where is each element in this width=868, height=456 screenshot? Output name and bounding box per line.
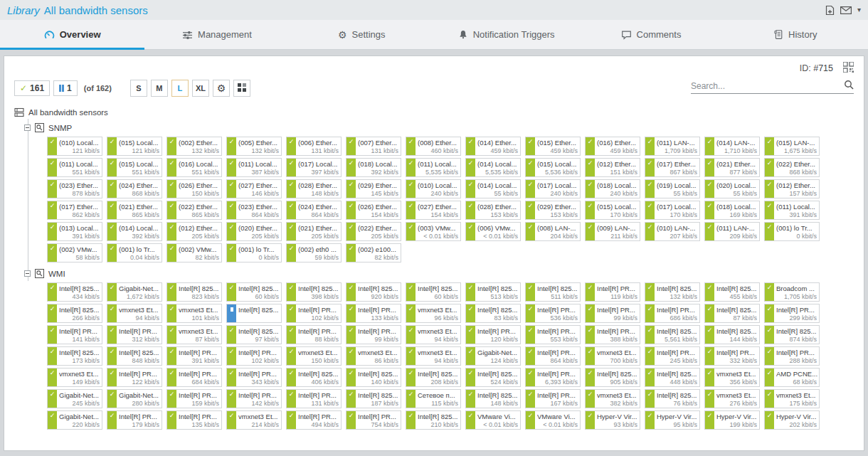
- sensor-tile[interactable]: ✓(011) Local...391 kbit/s: [764, 201, 820, 220]
- sensor-tile[interactable]: ✓Intel[R] 825...513 kbit/s: [465, 282, 521, 302]
- sensor-tile[interactable]: ✓Intel[R] 825...448 kbit/s: [645, 368, 700, 387]
- sensor-tile[interactable]: ✓(010) LAN-...207 kbit/s: [645, 222, 700, 241]
- sensor-tile[interactable]: ✓(022) Ether...868 kbit/s: [764, 158, 820, 177]
- sensor-tile[interactable]: ✓(015) Ether...459 kbit/s: [525, 137, 581, 156]
- view-settings-button[interactable]: ⚙: [213, 80, 230, 97]
- up-sensors-filter[interactable]: ✓ 161: [14, 80, 50, 96]
- sensor-tile[interactable]: ✓Intel[R] PR...99 kbit/s: [346, 325, 401, 344]
- sensor-tile[interactable]: ✓Intel[R] PR...133 kbit/s: [346, 304, 401, 323]
- sensor-tile[interactable]: ✓Intel[R] 825...60 kbit/s: [226, 282, 282, 302]
- sensor-tile[interactable]: ✓Intel[R] PR...494 kbit/s: [286, 410, 342, 430]
- sensor-tile[interactable]: ✓(002) e100...82 kbit/s: [346, 243, 401, 263]
- sensor-tile[interactable]: ✓Hyper-V Vir...93 kbit/s: [585, 410, 640, 430]
- sensor-tile[interactable]: ✓Intel[R] 825...210 kbit/s: [406, 410, 461, 430]
- sensor-tile[interactable]: ✓Intel[R] PR...120 kbit/s: [465, 325, 521, 344]
- search-input[interactable]: [691, 81, 844, 91]
- sensor-tile[interactable]: ✓Intel[R] 825...148 kbit/s: [465, 389, 521, 408]
- sensor-tile[interactable]: ✓Intel[R] PR...343 kbit/s: [226, 368, 282, 387]
- sensor-tile[interactable]: ✓Intel[R] 825...208 kbit/s: [406, 368, 461, 387]
- tab-comments[interactable]: Comments: [578, 20, 723, 49]
- sensor-tile[interactable]: ✓(016) Local...551 kbit/s: [166, 158, 222, 177]
- sensor-tile[interactable]: ✓Intel[R] 825...87 kbit/s: [704, 304, 760, 323]
- sensor-tile[interactable]: ✓(022) Ether...865 kbit/s: [166, 201, 222, 220]
- sensor-tile[interactable]: ✓(021) Ether...877 kbit/s: [704, 158, 760, 177]
- sensor-tile[interactable]: ✓Intel[R] 825...173 kbit/s: [47, 346, 102, 366]
- tab-settings[interactable]: ⚙ Settings: [290, 20, 434, 49]
- sensor-tile[interactable]: ✓Intel[R] 825...848 kbit/s: [107, 346, 162, 366]
- sensor-tile[interactable]: ✓Intel[R] 825...187 kbit/s: [346, 389, 401, 408]
- sensor-tile[interactable]: ✓(014) Local...55 kbit/s: [465, 179, 521, 198]
- sensor-tile[interactable]: ✓Intel[R] PR...288 kbit/s: [764, 346, 820, 366]
- sensor-tile[interactable]: ✓vmxnet3 Et...700 kbit/s: [585, 346, 640, 366]
- sensor-tile[interactable]: ✓Intel[R] 825...455 kbit/s: [704, 282, 760, 302]
- sensor-tile[interactable]: ✓(011) Local...387 kbit/s: [226, 158, 282, 177]
- sensor-tile[interactable]: ✓(003) VMw...< 0.01 kbit/s: [406, 222, 461, 241]
- sensor-tile[interactable]: ✓Intel[R] 825...132 kbit/s: [645, 282, 700, 302]
- sensor-tile[interactable]: ✓Hyper-V Vir...95 kbit/s: [645, 410, 700, 430]
- qr-code-icon[interactable]: [843, 62, 854, 75]
- sensor-tile[interactable]: ✓(002) eth0 ...59 kbit/s: [286, 243, 342, 263]
- sensor-tile[interactable]: ✓Intel[R] 825...920 kbit/s: [346, 282, 401, 302]
- sensor-tile[interactable]: ✓Intel[R] PR...88 kbit/s: [286, 325, 342, 344]
- sensor-tile[interactable]: ✓(011) LAN-...209 kbit/s: [704, 222, 760, 241]
- sensor-tile[interactable]: ✓Hyper-V Vir...199 kbit/s: [704, 410, 760, 430]
- sensor-tile[interactable]: ✓Intel[R] PR...99 kbit/s: [585, 304, 640, 323]
- tab-notification-triggers[interactable]: Notification Triggers: [434, 20, 578, 49]
- sensor-tile[interactable]: ✓(018) Local...392 kbit/s: [346, 158, 401, 177]
- sensor-tile[interactable]: ✓(001) lo Tr...0.04 kbit/s: [107, 243, 162, 263]
- sensor-tile[interactable]: ✓Intel[R] PR...332 kbit/s: [704, 346, 760, 366]
- sensor-tile[interactable]: ✓(022) Ether...205 kbit/s: [346, 222, 401, 241]
- sensor-tile[interactable]: ✓(011) LAN-...1,709 kbit/s: [645, 137, 700, 156]
- sensor-tile[interactable]: ✓Gigabit-Net...220 kbit/s: [47, 410, 102, 430]
- sensor-tile[interactable]: ✓Intel[R] PR...391 kbit/s: [166, 346, 222, 366]
- sensor-tile[interactable]: ✓(023) Ether...878 kbit/s: [47, 179, 102, 198]
- sensor-tile[interactable]: ✓Intel[R] 825...76 kbit/s: [645, 389, 700, 408]
- sensor-tile[interactable]: ✓Intel[R] PR...131 kbit/s: [286, 389, 342, 408]
- sensor-tile[interactable]: ✓Intel[R] 825...83 kbit/s: [465, 304, 521, 323]
- size-button-m[interactable]: M: [151, 80, 168, 97]
- sensor-tile[interactable]: ✓VMware Vi...< 0.01 kbit/s: [525, 410, 581, 430]
- sensor-tile[interactable]: ✓(015) Local...551 kbit/s: [107, 158, 162, 177]
- sensor-tile[interactable]: ✓(015) Local...170 kbit/s: [585, 201, 640, 220]
- sensor-tile[interactable]: ✓(002) VMw...82 kbit/s: [166, 243, 222, 263]
- sensor-tile[interactable]: ✓AMD PCNE...68 kbit/s: [764, 368, 820, 387]
- sensor-tile[interactable]: ✓Intel[R] PR...553 kbit/s: [525, 325, 581, 344]
- sensor-tile[interactable]: ✓(011) Local...551 kbit/s: [47, 158, 102, 177]
- sensor-tile[interactable]: ✓Intel[R] PR...864 kbit/s: [525, 346, 581, 366]
- sensor-tile[interactable]: ✓(020) Ether...205 kbit/s: [226, 222, 282, 241]
- sensor-tile[interactable]: ✓(010) Local...121 kbit/s: [47, 137, 102, 156]
- sensor-tile[interactable]: ✓(019) Local...55 kbit/s: [645, 179, 700, 198]
- sensor-tile[interactable]: ✓Intel[R] PR...6,393 kbit/s: [525, 368, 581, 387]
- sensor-tile[interactable]: ✓(028) Ether...153 kbit/s: [465, 201, 521, 220]
- sensor-tile[interactable]: ✓Intel[R] 825...511 kbit/s: [525, 282, 581, 302]
- sensor-tile[interactable]: ✓vmxnet3 Et...356 kbit/s: [704, 368, 760, 387]
- dropdown-caret-icon[interactable]: ▾: [857, 6, 861, 14]
- sensor-tile[interactable]: ✓Intel[R] PR...686 kbit/s: [645, 304, 700, 323]
- sensor-tile[interactable]: ✓(024) Ether...868 kbit/s: [107, 179, 162, 198]
- sensor-tile[interactable]: ✓(007) Ether...131 kbit/s: [346, 137, 401, 156]
- sensor-tile[interactable]: ✓(017) Ether...867 kbit/s: [645, 158, 700, 177]
- sensor-tile[interactable]: ✓vmxnet3 Et...214 kbit/s: [226, 410, 282, 430]
- sensor-tile[interactable]: ✓(014) LAN-...1,710 kbit/s: [704, 137, 760, 156]
- tile-view-button[interactable]: [233, 80, 250, 97]
- sensor-tile[interactable]: ✓Intel[R] PR...684 kbit/s: [166, 368, 222, 387]
- sensor-tile[interactable]: ✓(008) LAN-...204 kbit/s: [525, 222, 581, 241]
- sensor-tile[interactable]: ✓Intel[R] PR...167 kbit/s: [525, 389, 581, 408]
- sensor-tile[interactable]: ✓(024) Ether...864 kbit/s: [286, 201, 342, 220]
- sensor-tile[interactable]: ✓(013) Local...391 kbit/s: [47, 222, 102, 241]
- sensor-tile[interactable]: ✓vmxnet3 Et...94 kbit/s: [107, 304, 162, 323]
- sensor-tile[interactable]: ✓(020) Local...55 kbit/s: [704, 179, 760, 198]
- sensor-tile[interactable]: ✓Intel[R] PR...754 kbit/s: [346, 410, 401, 430]
- sensor-tile[interactable]: ✓(027) Ether...154 kbit/s: [406, 201, 461, 220]
- sensor-tile[interactable]: ✓vmxnet3 Et...94 kbit/s: [406, 325, 461, 344]
- email-icon[interactable]: [840, 6, 852, 14]
- collapse-icon[interactable]: [24, 124, 31, 131]
- group-header[interactable]: WMI: [24, 269, 864, 278]
- sensor-tile[interactable]: ✓VMware Vi...< 0.01 kbit/s: [465, 410, 521, 430]
- sensor-tile[interactable]: ✓(026) Ether...150 kbit/s: [166, 179, 222, 198]
- sensor-tile[interactable]: ✓(015) Local...5,536 kbit/s: [525, 158, 581, 177]
- sensor-tile[interactable]: ✓vmxnet3 Et...149 kbit/s: [47, 368, 102, 387]
- sensor-tile[interactable]: ✓(017) Local...240 kbit/s: [525, 179, 581, 198]
- sensor-tile[interactable]: ✓Gigabit-Net...280 kbit/s: [107, 389, 162, 408]
- sensor-tile[interactable]: ✓vmxnet3 Et...96 kbit/s: [406, 304, 461, 323]
